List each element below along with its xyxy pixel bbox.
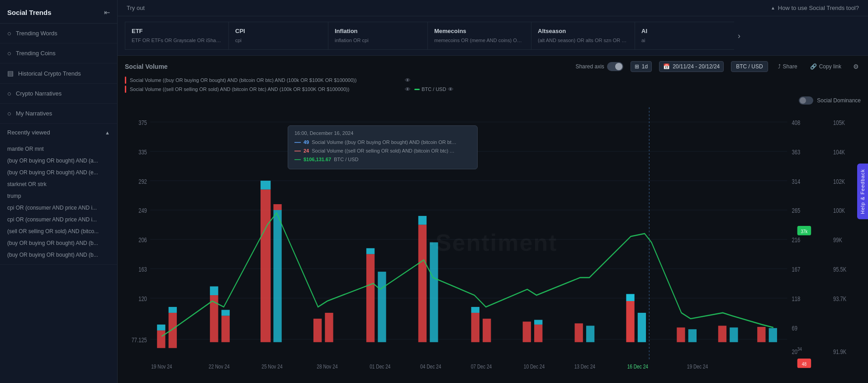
share-label: Share (783, 63, 797, 70)
social-dominance-row: Social Dominance (125, 96, 861, 105)
shared-axis-group: Shared axis (575, 62, 623, 71)
svg-rect-60 (586, 326, 594, 342)
tooltip-label-2: Social Volume ((sell OR selling OR sold)… (312, 148, 456, 153)
list-item[interactable]: trump (0, 190, 117, 202)
svg-text:206: 206 (138, 236, 147, 244)
toggle-knob (615, 63, 622, 70)
svg-text:105K: 105K (833, 119, 845, 127)
asset-button[interactable]: BTC / USD (731, 61, 768, 72)
narrative-cards-next-arrow[interactable]: › (734, 22, 744, 50)
svg-text:216: 216 (792, 236, 800, 244)
svg-rect-63 (638, 313, 646, 342)
svg-rect-40 (222, 310, 230, 316)
chart-container: ·Sentiment 16:00, December 16, 2024 — 49… (125, 107, 861, 378)
sidebar-item-my-narratives[interactable]: ○ My Narratives (0, 104, 117, 124)
date-range-button[interactable]: 📅 20/11/24 - 20/12/24 (659, 61, 724, 72)
svg-text:167: 167 (792, 266, 800, 273)
narrative-card-ai[interactable]: AI ai (635, 22, 734, 50)
svg-text:99K: 99K (833, 236, 842, 244)
interval-icon: ⊞ (635, 63, 639, 70)
btc-usd-label: BTC / USD (422, 86, 446, 92)
svg-rect-38 (210, 287, 218, 295)
narrative-card-etf[interactable]: ETF ETF OR ETFs OR Grayscale OR iShares … (125, 22, 228, 50)
how-to-text: How to use Social Trends tool? (778, 5, 859, 11)
sidebar-item-trending-coins[interactable]: ○ Trending Coins (0, 43, 117, 63)
tooltip-row-1: — 49 Social Volume ((buy OR buying OR bo… (294, 139, 471, 146)
help-panel[interactable]: Help & Feedback (857, 163, 868, 219)
sidebar-title: Social Trends (7, 9, 52, 16)
tooltip-dash-2: — (294, 147, 301, 154)
svg-rect-45 (313, 319, 322, 342)
svg-text:01 Dec 24: 01 Dec 24 (370, 363, 391, 369)
sidebar-item-label: Crypto Narratives (16, 90, 62, 97)
svg-text:292: 292 (138, 178, 147, 186)
eye-icon-1[interactable]: 👁 (405, 77, 411, 84)
svg-rect-58 (534, 320, 542, 325)
svg-text:104K: 104K (833, 148, 845, 156)
sidebar: Social Trends ⇤ ○ Trending Words ○ Trend… (0, 0, 118, 383)
svg-text:91.9K: 91.9K (833, 348, 847, 356)
social-dominance-toggle[interactable] (799, 96, 813, 105)
list-item[interactable]: (buy OR buying OR bought) AND (a... (0, 155, 117, 167)
how-to-link[interactable]: ▲ How to use Social Trends tool? (771, 5, 859, 11)
shared-axis-toggle[interactable] (607, 62, 623, 71)
settings-button[interactable]: ⚙ (851, 61, 861, 72)
list-item[interactable]: (buy OR buying OR bought) AND (b... (0, 249, 117, 261)
svg-text:48: 48 (802, 361, 806, 367)
list-item[interactable]: (buy OR buying OR bought) AND (b... (0, 237, 117, 249)
copy-link-button[interactable]: 🔗 Copy link (807, 62, 844, 72)
svg-text:120: 120 (138, 295, 147, 303)
list-item[interactable]: (sell OR selling OR sold) AND (bitco... (0, 225, 117, 237)
top-bar: Try out ▲ How to use Social Trends tool? (118, 0, 868, 16)
narrative-card-text: cpi (235, 37, 322, 44)
query-row-1: Social Volume ((buy OR buying OR bought)… (125, 77, 861, 84)
svg-text:20: 20 (792, 348, 797, 356)
svg-text:314: 314 (792, 178, 800, 186)
query-text-1: Social Volume ((buy OR buying OR bought)… (130, 77, 401, 83)
svg-text:04 Dec 24: 04 Dec 24 (420, 363, 441, 369)
svg-text:265: 265 (792, 207, 800, 215)
trending-words-icon: ○ (7, 29, 11, 37)
svg-rect-46 (325, 313, 333, 342)
btc-eye-icon[interactable]: 👁 (448, 86, 454, 93)
narrative-card-inflation[interactable]: Inflation inflation OR cpi (328, 22, 427, 50)
narrative-card-altseason[interactable]: Altseason (alt AND season) OR alts OR sz… (531, 22, 635, 50)
narrative-card-cpi[interactable]: CPI cpi (228, 22, 328, 50)
list-item[interactable]: mantle OR mnt (0, 143, 117, 155)
svg-rect-48 (366, 249, 375, 254)
svg-rect-47 (366, 254, 375, 343)
asset-label: BTC / USD (736, 63, 763, 70)
recently-viewed-chevron: ▲ (105, 130, 110, 135)
chart-controls: Shared axis ⊞ 1d 📅 20/11/24 - 20/12/24 B… (575, 61, 861, 72)
svg-text:16 Dec 24: 16 Dec 24 (627, 363, 649, 369)
btc-color-line (414, 89, 420, 90)
list-item[interactable]: cpi OR (consumer AND price AND i... (0, 214, 117, 225)
query-row-2: Social Volume ((sell OR selling OR sold)… (125, 86, 861, 93)
svg-rect-42 (261, 181, 270, 190)
query-rows: Social Volume ((buy OR buying OR bought)… (125, 77, 861, 93)
sidebar-item-trending-words[interactable]: ○ Trending Words (0, 24, 117, 43)
sidebar-item-crypto-narratives[interactable]: ○ Crypto Narratives (0, 84, 117, 104)
svg-rect-54 (471, 307, 479, 313)
try-out-label: Try out (127, 5, 145, 11)
sidebar-header: Social Trends ⇤ (0, 0, 117, 24)
interval-button[interactable]: ⊞ 1d (631, 61, 652, 72)
sidebar-collapse-button[interactable]: ⇤ (104, 8, 110, 17)
svg-text:363: 363 (792, 148, 800, 156)
svg-rect-33 (157, 330, 165, 348)
sidebar-item-historical[interactable]: ▤ Historical Crypto Trends (0, 63, 117, 84)
recently-viewed-header[interactable]: Recently viewed ▲ (0, 124, 117, 141)
svg-text:335: 335 (138, 148, 147, 156)
narrative-card-memecoins[interactable]: Memecoins memecoins OR (meme AND coins) … (427, 22, 531, 50)
share-button[interactable]: ⤴ Share (775, 62, 800, 72)
narrative-card-title: Altseason (538, 28, 628, 34)
list-item[interactable]: starknet OR strk (0, 178, 117, 190)
tooltip-value-2: 24 (304, 148, 309, 153)
list-item[interactable]: (buy OR buying OR bought) AND (e... (0, 167, 117, 178)
list-item[interactable]: cpi OR (consumer AND price AND i... (0, 202, 117, 214)
svg-rect-61 (626, 301, 634, 342)
sidebar-item-label: Trending Coins (16, 50, 56, 57)
svg-rect-43 (273, 210, 281, 342)
svg-rect-44 (273, 204, 281, 210)
eye-icon-2[interactable]: 👁 (405, 86, 411, 93)
